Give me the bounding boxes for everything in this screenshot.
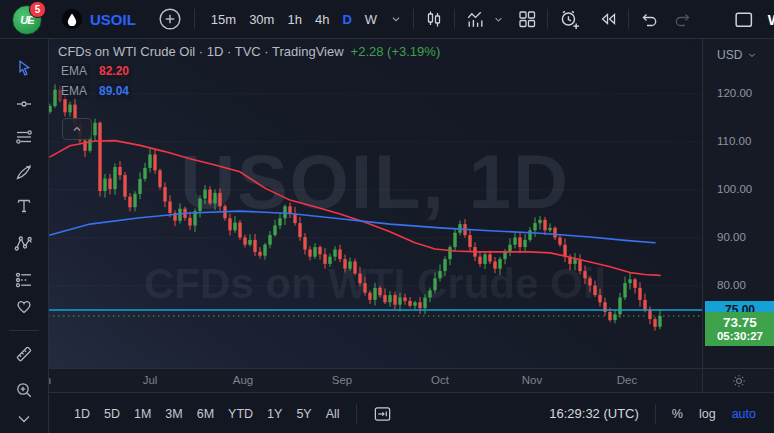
- redo-button[interactable]: [673, 9, 693, 29]
- heart-icon: [14, 296, 34, 316]
- toolbar-separator: [628, 9, 629, 29]
- tool-divider: [9, 330, 39, 331]
- session-clock[interactable]: 16:29:32 (UTC): [549, 406, 639, 421]
- range-1Y[interactable]: 1Y: [267, 407, 282, 421]
- clipped-panel-letter: W: [768, 11, 774, 28]
- gear-icon: [731, 373, 747, 389]
- timeframe-D[interactable]: D: [342, 12, 351, 27]
- legend-title[interactable]: CFDs on WTI Crude Oil · 1D · TVC · Tradi…: [58, 44, 344, 59]
- oil-droplet-icon: [62, 9, 82, 29]
- time-label-Jul: Jul: [143, 374, 158, 386]
- toolbar-separator: [547, 9, 548, 29]
- tradingview-window: UE 5 USOIL 15m30m1h4hDW: [0, 0, 774, 433]
- time-axis[interactable]: JunJulAugSepOctNovDec: [48, 368, 702, 393]
- tool-trend-line[interactable]: [14, 94, 34, 114]
- brush-icon: [14, 162, 34, 182]
- indicator-legend-rows: EMA82.20EMA89.04: [58, 62, 440, 99]
- price-axis[interactable]: USD 120.00110.00100.0090.0080.00 75.00 7…: [702, 38, 774, 368]
- log-scale-button[interactable]: log: [699, 407, 716, 421]
- range-5D[interactable]: 5D: [104, 407, 120, 421]
- cursor-icon: [14, 58, 34, 78]
- timeframe-30m[interactable]: 30m: [249, 12, 274, 27]
- axis-settings-corner[interactable]: [702, 368, 774, 393]
- range-1M[interactable]: 1M: [134, 407, 151, 421]
- last-price-badge: 73.75 05:30:27: [705, 312, 774, 346]
- toolbar-separator: [454, 9, 455, 29]
- chart-style-button[interactable]: [424, 9, 444, 29]
- timeframe-1h[interactable]: 1h: [287, 12, 301, 27]
- account-logo[interactable]: UE 5: [12, 5, 40, 33]
- drawing-toolbar: [0, 38, 49, 433]
- timeframe-W[interactable]: W: [365, 12, 377, 27]
- tool-text[interactable]: [14, 196, 34, 216]
- save-layout-button[interactable]: [733, 9, 754, 30]
- toolbar-separator: [413, 9, 414, 29]
- price-tick-label: 100.00: [717, 183, 752, 195]
- range-5Y[interactable]: 5Y: [296, 407, 311, 421]
- tool-brush[interactable]: [14, 162, 34, 182]
- indicator-label: EMA: [58, 63, 90, 79]
- timeframe-15m[interactable]: 15m: [211, 12, 236, 27]
- time-label-Nov: Nov: [522, 374, 542, 386]
- price-tick-label: 80.00: [717, 279, 746, 291]
- top-toolbar: UE 5 USOIL 15m30m1h4hDW: [0, 0, 774, 39]
- range-YTD[interactable]: YTD: [228, 407, 253, 421]
- tool-fib-retracement[interactable]: [14, 128, 34, 148]
- tool-heart[interactable]: [14, 296, 34, 316]
- bar-replay-button[interactable]: [598, 9, 618, 29]
- price-tick-label: 120.00: [717, 87, 752, 99]
- tool-zoom-in[interactable]: [14, 380, 34, 400]
- chart-legend: CFDs on WTI Crude Oil · 1D · TVC · Tradi…: [58, 44, 440, 99]
- timeframe-4h[interactable]: 4h: [315, 12, 329, 27]
- indicator-label: EMA: [58, 83, 90, 99]
- ruler-icon: [14, 344, 34, 364]
- range-6M[interactable]: 6M: [197, 407, 214, 421]
- range-1D[interactable]: 1D: [74, 407, 90, 421]
- xabcd-pattern-icon: [14, 234, 34, 254]
- go-to-date-button[interactable]: [373, 404, 392, 423]
- toolbar-separator: [655, 404, 656, 424]
- fib-retracement-icon: [14, 128, 34, 148]
- symbol-button[interactable]: USOIL: [90, 11, 136, 28]
- tool-cursor[interactable]: [14, 58, 34, 78]
- bottom-toolbar-right: 16:29:32 (UTC) % log auto: [549, 404, 774, 424]
- more-icon: [14, 409, 34, 429]
- tool-forecast[interactable]: [14, 270, 34, 290]
- timeframe-group: 15m30m1h4hDW: [211, 12, 377, 27]
- forecast-icon: [14, 270, 34, 290]
- legend-change: +2.28 (+3.19%): [351, 44, 441, 59]
- zoom-in-icon: [14, 380, 34, 400]
- chart-pane[interactable]: USOIL, 1D CFDs on WTI Crude Oil CFDs on …: [48, 38, 702, 368]
- time-label-Oct: Oct: [431, 374, 449, 386]
- tool-more[interactable]: [14, 409, 34, 429]
- last-price-value: 73.75: [723, 315, 757, 331]
- layout-grid-button[interactable]: [517, 9, 537, 29]
- add-symbol-button[interactable]: [158, 7, 182, 31]
- indicators-button[interactable]: [465, 9, 486, 30]
- timeframe-chevron-down-icon[interactable]: [389, 12, 403, 26]
- time-label-Dec: Dec: [617, 374, 637, 386]
- indicator-row[interactable]: EMA82.20: [58, 62, 440, 79]
- bottom-toolbar: 1D5D1M3M6MYTD1Y5YAll 16:29:32 (UTC) % lo…: [48, 392, 774, 433]
- undo-button[interactable]: [639, 9, 659, 29]
- text-icon: [14, 196, 34, 216]
- currency-selector[interactable]: USD: [717, 48, 758, 62]
- indicator-row[interactable]: EMA89.04: [58, 82, 440, 99]
- indicators-chevron-down-icon[interactable]: [492, 13, 505, 26]
- alert-button[interactable]: [558, 8, 580, 30]
- currency-label: USD: [717, 48, 742, 62]
- price-tick-label: 90.00: [717, 231, 746, 243]
- auto-scale-button[interactable]: auto: [732, 407, 756, 421]
- range-3M[interactable]: 3M: [165, 407, 182, 421]
- indicator-value: 89.04: [96, 83, 132, 99]
- notification-badge: 5: [29, 1, 46, 18]
- percent-scale-button[interactable]: %: [672, 407, 683, 421]
- toolbar-separator: [194, 9, 195, 29]
- collapse-legend-button[interactable]: [62, 118, 92, 140]
- indicator-value: 82.20: [96, 63, 132, 79]
- date-range-group: 1D5D1M3M6MYTD1Y5YAll: [48, 407, 340, 421]
- range-All[interactable]: All: [326, 407, 340, 421]
- tool-xabcd-pattern[interactable]: [14, 234, 34, 254]
- tool-ruler[interactable]: [14, 344, 34, 364]
- trend-line-icon: [14, 94, 34, 114]
